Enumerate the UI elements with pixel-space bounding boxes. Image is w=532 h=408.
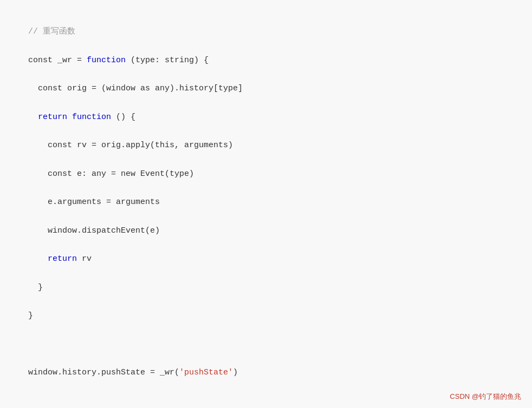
line-pushstate: window.history.pushState = _wr('pushStat…: [28, 368, 238, 377]
line-orig: const orig = (window as any).history[typ…: [28, 84, 243, 93]
line-dispatch: window.dispatchEvent(e): [28, 226, 160, 235]
line-wr-decl: const _wr = function (type: string) {: [28, 56, 209, 65]
line-close-outer: }: [28, 311, 33, 320]
line-return-rv: return rv: [28, 254, 92, 264]
watermark: CSDN @钓了猫的鱼兆: [450, 391, 521, 403]
code-block: // 重写函数 const _wr = function (type: stri…: [9, 11, 523, 408]
line-rv: const rv = orig.apply(this, arguments): [28, 141, 233, 150]
line-close-inner: }: [28, 283, 43, 292]
line-return-fn: return function () {: [28, 113, 135, 122]
comment-rewrite: // 重写函数: [28, 27, 75, 36]
line-event: const e: any = new Event(type): [28, 169, 194, 179]
code-container: // 重写函数 const _wr = function (type: stri…: [0, 0, 532, 408]
line-eargs: e.arguments = arguments: [28, 198, 160, 207]
